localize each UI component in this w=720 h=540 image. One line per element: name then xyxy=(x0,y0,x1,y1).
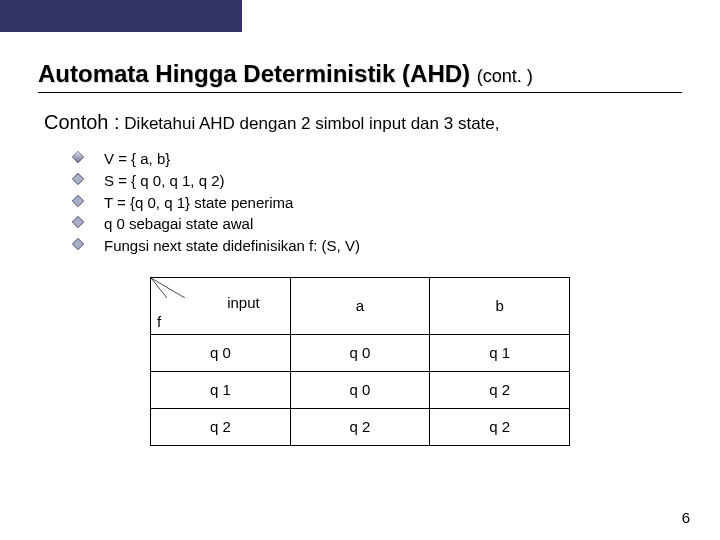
diamond-bullet-icon xyxy=(72,216,84,228)
diamond-bullet-icon xyxy=(72,151,84,163)
state-cell: q 2 xyxy=(151,408,291,445)
title-cont: (cont. ) xyxy=(477,66,533,86)
list-item-text: q 0 sebagai state awal xyxy=(104,213,253,235)
cell: q 2 xyxy=(290,408,430,445)
svg-rect-4 xyxy=(72,217,83,228)
svg-rect-2 xyxy=(72,173,83,184)
example-intro: Contoh : Diketahui AHD dengan 2 simbol i… xyxy=(44,111,682,134)
svg-rect-1 xyxy=(72,151,83,162)
contoh-text: Diketahui AHD dengan 2 simbol input dan … xyxy=(120,114,500,133)
svg-line-6 xyxy=(151,278,185,298)
table-corner-cell: input f xyxy=(151,277,291,334)
cell: q 2 xyxy=(430,408,570,445)
title-underline xyxy=(38,92,682,93)
table-row: q 2 q 2 q 2 xyxy=(151,408,570,445)
list-item-text: V = { a, b} xyxy=(104,148,170,170)
contoh-label: Contoh : xyxy=(44,111,120,133)
cell: q 1 xyxy=(430,334,570,371)
table-row: q 1 q 0 q 2 xyxy=(151,371,570,408)
transition-table: input f a b q 0 q 0 q 1 q 1 q 0 q 2 q 2 … xyxy=(150,277,570,446)
list-item: T = {q 0, q 1} state penerima xyxy=(72,192,682,214)
list-item-text: T = {q 0, q 1} state penerima xyxy=(104,192,293,214)
state-cell: q 0 xyxy=(151,334,291,371)
col-header-a: a xyxy=(290,277,430,334)
f-label: f xyxy=(157,313,161,330)
page-number: 6 xyxy=(682,509,690,526)
list-item-text: Fungsi next state didefinisikan f: (S, V… xyxy=(104,235,360,257)
list-item: S = { q 0, q 1, q 2) xyxy=(72,170,682,192)
list-item: Fungsi next state didefinisikan f: (S, V… xyxy=(72,235,682,257)
svg-rect-5 xyxy=(72,238,83,249)
diamond-bullet-icon xyxy=(72,238,84,250)
slide-title: Automata Hingga Deterministik (AHD) (con… xyxy=(38,60,682,88)
list-item-text: S = { q 0, q 1, q 2) xyxy=(104,170,225,192)
list-item: V = { a, b} xyxy=(72,148,682,170)
svg-rect-3 xyxy=(72,195,83,206)
cell: q 0 xyxy=(290,334,430,371)
title-main: Automata Hingga Deterministik (AHD) xyxy=(38,60,470,87)
diamond-bullet-icon xyxy=(72,173,84,185)
state-cell: q 1 xyxy=(151,371,291,408)
list-item: q 0 sebagai state awal xyxy=(72,213,682,235)
diagonal-split-icon xyxy=(151,278,185,298)
svg-line-7 xyxy=(151,278,167,298)
definition-list: V = { a, b} S = { q 0, q 1, q 2) T = {q … xyxy=(72,148,682,257)
slide-content: Automata Hingga Deterministik (AHD) (con… xyxy=(0,32,720,446)
diamond-bullet-icon xyxy=(72,195,84,207)
table-header-row: input f a b xyxy=(151,277,570,334)
cell: q 2 xyxy=(430,371,570,408)
input-label: input xyxy=(227,294,260,311)
cell: q 0 xyxy=(290,371,430,408)
header-accent-bar xyxy=(0,0,242,32)
table-row: q 0 q 0 q 1 xyxy=(151,334,570,371)
col-header-b: b xyxy=(430,277,570,334)
